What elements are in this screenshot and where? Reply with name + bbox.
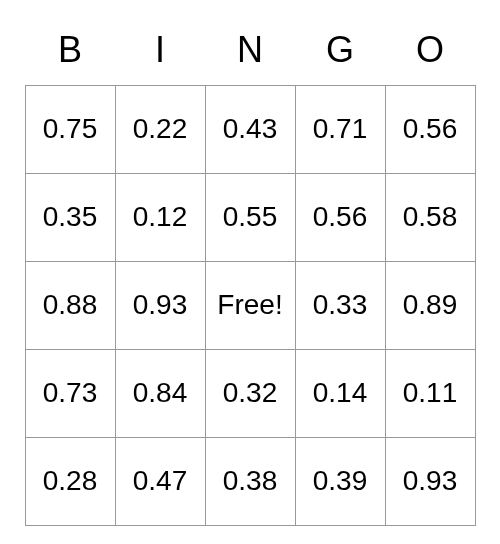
- bingo-row: 0.35 0.12 0.55 0.56 0.58: [25, 173, 475, 261]
- bingo-card: B I N G O 0.75 0.22 0.43 0.71 0.56 0.35 …: [25, 19, 476, 526]
- bingo-cell[interactable]: 0.75: [25, 85, 115, 173]
- bingo-row: 0.28 0.47 0.38 0.39 0.93: [25, 437, 475, 525]
- bingo-header-row: B I N G O: [25, 19, 475, 86]
- bingo-cell[interactable]: 0.55: [205, 173, 295, 261]
- bingo-cell[interactable]: 0.89: [385, 261, 475, 349]
- bingo-header-n: N: [205, 19, 295, 86]
- bingo-header-g: G: [295, 19, 385, 86]
- bingo-cell[interactable]: 0.93: [115, 261, 205, 349]
- bingo-cell[interactable]: 0.22: [115, 85, 205, 173]
- bingo-cell[interactable]: 0.88: [25, 261, 115, 349]
- bingo-cell[interactable]: 0.58: [385, 173, 475, 261]
- bingo-cell[interactable]: 0.39: [295, 437, 385, 525]
- bingo-cell[interactable]: 0.32: [205, 349, 295, 437]
- bingo-cell[interactable]: 0.33: [295, 261, 385, 349]
- bingo-row: 0.73 0.84 0.32 0.14 0.11: [25, 349, 475, 437]
- bingo-cell[interactable]: 0.43: [205, 85, 295, 173]
- bingo-cell[interactable]: 0.71: [295, 85, 385, 173]
- bingo-cell[interactable]: 0.12: [115, 173, 205, 261]
- bingo-row: 0.88 0.93 Free! 0.33 0.89: [25, 261, 475, 349]
- bingo-cell[interactable]: 0.56: [295, 173, 385, 261]
- bingo-cell[interactable]: 0.84: [115, 349, 205, 437]
- bingo-cell[interactable]: 0.73: [25, 349, 115, 437]
- bingo-cell[interactable]: 0.35: [25, 173, 115, 261]
- bingo-cell-free[interactable]: Free!: [205, 261, 295, 349]
- bingo-cell[interactable]: 0.28: [25, 437, 115, 525]
- bingo-cell[interactable]: 0.56: [385, 85, 475, 173]
- bingo-header-i: I: [115, 19, 205, 86]
- bingo-cell[interactable]: 0.38: [205, 437, 295, 525]
- bingo-cell[interactable]: 0.14: [295, 349, 385, 437]
- bingo-cell[interactable]: 0.93: [385, 437, 475, 525]
- bingo-cell[interactable]: 0.11: [385, 349, 475, 437]
- bingo-row: 0.75 0.22 0.43 0.71 0.56: [25, 85, 475, 173]
- bingo-header-o: O: [385, 19, 475, 86]
- bingo-cell[interactable]: 0.47: [115, 437, 205, 525]
- bingo-header-b: B: [25, 19, 115, 86]
